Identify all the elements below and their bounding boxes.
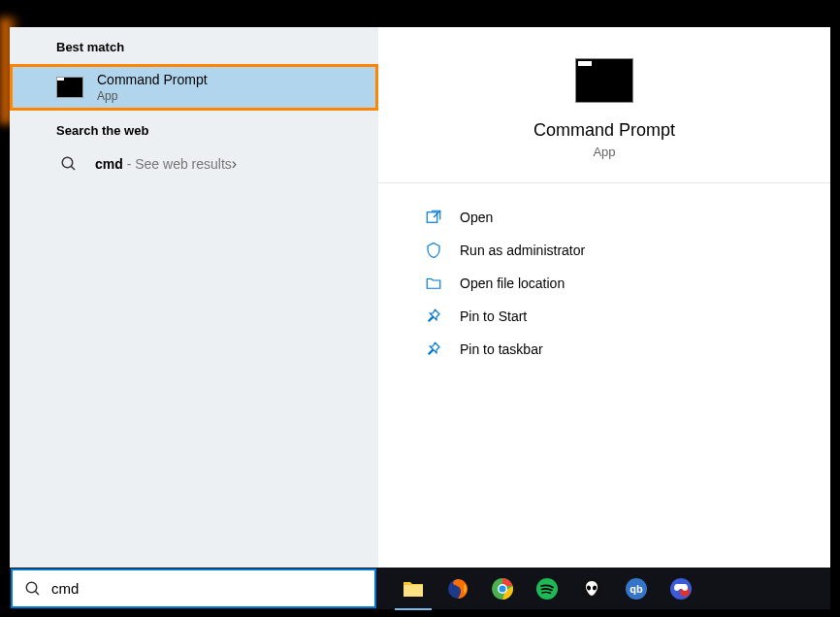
taskbar-search-box[interactable] (11, 568, 376, 608)
action-pin-start[interactable]: Pin to Start (409, 300, 799, 333)
best-match-result[interactable]: Command Prompt App (10, 64, 378, 111)
search-web-header: Search the web (10, 111, 378, 147)
svg-text:qb: qb (630, 583, 643, 595)
folder-icon (402, 577, 425, 601)
chevron-right-icon: › (232, 155, 244, 173)
svg-point-8 (500, 585, 506, 592)
taskbar-app-firefox[interactable] (445, 576, 470, 601)
results-panel: Best match Command Prompt App Search the… (10, 27, 378, 568)
open-icon (425, 209, 442, 226)
taskbar-app-chrome[interactable] (490, 576, 515, 601)
actions-list: Open Run as administrator Open file loca… (378, 183, 830, 383)
taskbar-apps: qb (377, 576, 694, 601)
command-prompt-icon (575, 58, 633, 103)
result-subtitle: App (97, 89, 363, 103)
shield-icon (425, 242, 442, 259)
search-input[interactable] (51, 580, 363, 597)
taskbar-app-games[interactable] (668, 576, 694, 601)
action-label: Run as administrator (460, 243, 585, 258)
web-result-suffix: - See web results (123, 156, 232, 172)
svg-line-1 (71, 166, 75, 170)
svg-point-3 (26, 582, 37, 593)
preview-header: Command Prompt App (378, 27, 830, 183)
search-icon (60, 155, 78, 173)
chrome-icon (491, 577, 514, 601)
action-label: Open (460, 210, 493, 225)
start-menu-search: Best match Command Prompt App Search the… (10, 27, 830, 609)
best-match-header: Best match (10, 27, 378, 64)
action-run-admin[interactable]: Run as administrator (409, 234, 799, 267)
taskbar: qb (10, 568, 830, 609)
taskbar-app-file-explorer[interactable] (401, 576, 426, 601)
action-pin-taskbar[interactable]: Pin to taskbar (409, 333, 799, 366)
result-title: Command Prompt (97, 72, 363, 87)
alien-icon (580, 577, 603, 601)
pin-icon (425, 308, 442, 325)
action-label: Pin to taskbar (460, 341, 543, 357)
taskbar-app-spotify[interactable] (534, 576, 560, 601)
search-panels: Best match Command Prompt App Search the… (10, 27, 830, 568)
games-icon (669, 577, 693, 601)
action-file-location[interactable]: Open file location (409, 267, 799, 300)
preview-panel: Command Prompt App Open Run as admi (378, 27, 830, 568)
taskbar-app-foobar[interactable] (579, 576, 604, 601)
action-label: Open file location (460, 276, 565, 291)
svg-rect-2 (427, 212, 437, 223)
svg-point-0 (62, 157, 73, 168)
folder-icon (425, 275, 442, 292)
spotify-icon (535, 577, 559, 601)
action-label: Pin to Start (460, 308, 527, 324)
command-prompt-icon (56, 77, 83, 98)
firefox-icon (446, 577, 469, 601)
action-open[interactable]: Open (409, 201, 799, 234)
qbittorrent-icon: qb (625, 577, 648, 601)
web-result-text: cmd - See web results (95, 156, 232, 172)
pin-icon (425, 341, 442, 358)
taskbar-app-qbittorrent[interactable]: qb (624, 576, 649, 601)
result-text: Command Prompt App (97, 72, 363, 103)
web-result[interactable]: cmd - See web results › (10, 147, 378, 180)
preview-title: Command Prompt (533, 120, 675, 141)
search-icon (24, 580, 42, 598)
svg-line-4 (35, 591, 39, 595)
preview-subtitle: App (593, 145, 615, 159)
web-result-term: cmd (95, 156, 123, 172)
